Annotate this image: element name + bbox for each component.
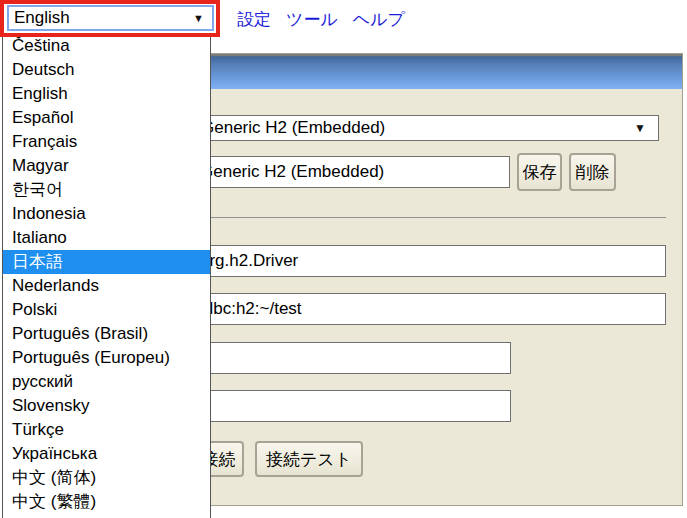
driver-class-input[interactable] xyxy=(194,245,666,277)
dropdown-option[interactable]: 한국어 xyxy=(3,178,210,202)
dropdown-option[interactable]: Italiano xyxy=(3,226,210,250)
chevron-down-icon: ▼ xyxy=(193,13,204,24)
dropdown-option[interactable]: English xyxy=(3,82,210,106)
menu-link-tools[interactable]: ツール xyxy=(286,8,338,31)
setting-name-input[interactable] xyxy=(194,156,510,188)
language-select[interactable]: English ▼ xyxy=(7,5,214,31)
save-button[interactable]: 保存 xyxy=(517,153,562,191)
dropdown-option[interactable]: Slovensky xyxy=(3,394,210,418)
chevron-down-icon: ▼ xyxy=(634,122,646,134)
menu-link-settings[interactable]: 設定 xyxy=(237,8,271,31)
dropdown-option[interactable]: Magyar xyxy=(3,154,210,178)
test-connection-button[interactable]: 接続テスト xyxy=(255,441,363,477)
saved-settings-select[interactable]: Generic H2 (Embedded) ▼ xyxy=(194,115,659,141)
remove-button[interactable]: 削除 xyxy=(569,153,616,191)
dropdown-option[interactable]: Português (Brasil) xyxy=(3,322,210,346)
dropdown-option[interactable]: Polski xyxy=(3,298,210,322)
dropdown-option[interactable]: Deutsch xyxy=(3,58,210,82)
dropdown-option[interactable]: Čeština xyxy=(3,34,210,58)
user-name-input[interactable] xyxy=(194,342,511,374)
h2-console-page: Generic H2 (Embedded) ▼ 保存 削除 接続 接続テスト E… xyxy=(0,0,687,518)
dropdown-option[interactable]: Português (Europeu) xyxy=(3,346,210,370)
language-select-value: English xyxy=(14,8,70,28)
dropdown-option[interactable]: Indonesia xyxy=(3,202,210,226)
dropdown-option[interactable]: русский xyxy=(3,370,210,394)
dropdown-option[interactable]: Türkçe xyxy=(3,418,210,442)
jdbc-url-input[interactable] xyxy=(194,293,666,325)
dropdown-option[interactable]: 中文 (繁體) xyxy=(3,490,210,514)
menu-link-help[interactable]: ヘルプ xyxy=(353,8,405,31)
dropdown-option[interactable]: Українська xyxy=(3,442,210,466)
password-input[interactable] xyxy=(194,390,511,422)
saved-settings-value: Generic H2 (Embedded) xyxy=(201,118,385,138)
top-menu: 設定 ツール ヘルプ xyxy=(237,8,405,31)
dropdown-option-highlighted[interactable]: 日本語 xyxy=(3,250,210,274)
dropdown-option[interactable]: Español xyxy=(3,106,210,130)
dropdown-option[interactable]: 中文 (简体) xyxy=(3,466,210,490)
language-dropdown-list: Čeština Deutsch English Español Français… xyxy=(2,33,211,518)
dropdown-option[interactable]: Nederlands xyxy=(3,274,210,298)
dropdown-option[interactable]: Français xyxy=(3,130,210,154)
